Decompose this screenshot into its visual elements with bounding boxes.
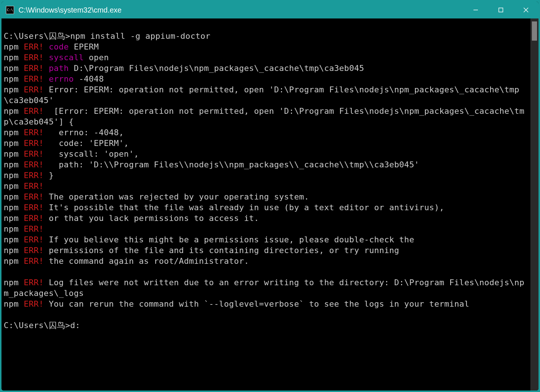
minimize-button[interactable] xyxy=(463,1,488,18)
output-line: npm ERR! errno -4048 xyxy=(4,74,528,84)
output-line: npm ERR! [Error: EPERM: operation not pe… xyxy=(4,106,528,127)
close-button[interactable] xyxy=(513,1,539,18)
terminal-body: C:\Users\囚鸟>npm install -g appium-doctor… xyxy=(1,18,539,391)
output-line: npm ERR! permissions of the file and its… xyxy=(4,245,528,256)
output-line: npm ERR! } xyxy=(4,170,528,181)
scrollbar[interactable] xyxy=(530,18,539,391)
output-line: npm ERR! xyxy=(4,181,528,191)
maximize-button[interactable] xyxy=(488,1,513,18)
blank-line xyxy=(4,266,528,277)
terminal-content[interactable]: C:\Users\囚鸟>npm install -g appium-doctor… xyxy=(1,18,530,391)
output-line: npm ERR! errno: -4048, xyxy=(4,127,528,138)
blank-line xyxy=(4,309,528,320)
prompt-line: C:\Users\囚鸟>d: xyxy=(4,320,528,331)
output-line: npm ERR! You can rerun the command with … xyxy=(4,299,528,309)
output-line: npm ERR! or that you lack permissions to… xyxy=(4,213,528,224)
output-line: npm ERR! syscall open xyxy=(4,52,528,63)
scroll-thumb[interactable] xyxy=(532,21,537,41)
output-line: npm ERR! code EPERM xyxy=(4,41,528,52)
output-line: npm ERR! It's possible that the file was… xyxy=(4,202,528,213)
output-line: npm ERR! Log files were not written due … xyxy=(4,277,528,299)
output-line: npm ERR! path: 'D:\\Program Files\\nodej… xyxy=(4,159,528,170)
titlebar[interactable]: C:\ C:\Windows\system32\cmd.exe xyxy=(1,1,539,18)
cmd-icon: C:\ xyxy=(6,6,14,14)
output-line: npm ERR! path D:\Program Files\nodejs\np… xyxy=(4,63,528,74)
output-line: npm ERR! syscall: 'open', xyxy=(4,149,528,159)
svg-rect-1 xyxy=(499,8,503,12)
output-line: npm ERR! code: 'EPERM', xyxy=(4,138,528,149)
output-line: npm ERR! xyxy=(4,224,528,234)
prompt-line: C:\Users\囚鸟>npm install -g appium-doctor xyxy=(4,31,528,41)
output-line: npm ERR! the command again as root/Admin… xyxy=(4,256,528,266)
output-line: npm ERR! Error: EPERM: operation not per… xyxy=(4,84,528,106)
cmd-window: C:\ C:\Windows\system32\cmd.exe C:\Users… xyxy=(1,1,539,391)
window-title: C:\Windows\system32\cmd.exe xyxy=(18,6,122,14)
blank-line xyxy=(4,20,528,31)
output-line: npm ERR! The operation was rejected by y… xyxy=(4,191,528,202)
output-line: npm ERR! If you believe this might be a … xyxy=(4,234,528,245)
